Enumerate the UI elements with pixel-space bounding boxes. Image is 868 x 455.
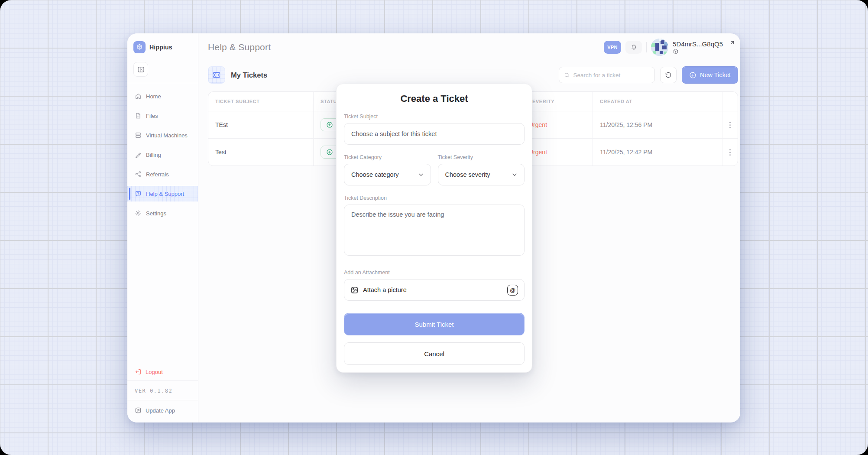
sidebar-item-home[interactable]: Home xyxy=(127,88,198,104)
attach-picture-button[interactable]: Attach a picture @ xyxy=(344,279,525,301)
severity-label: Ticket Severity xyxy=(438,154,525,160)
account-address: 5D4mrS...G8qQ5 xyxy=(673,40,723,48)
sidebar-bottom: Logout VER 0.1.82 Update App xyxy=(127,363,198,422)
severity-value: Choose severity xyxy=(445,171,490,178)
header-actions: VPN xyxy=(604,39,735,56)
ticket-subject-cell: TEst xyxy=(208,111,314,138)
cancel-button[interactable]: Cancel xyxy=(344,342,525,365)
chevron-down-icon xyxy=(418,171,424,178)
plus-circle-icon xyxy=(689,72,696,79)
sidebar-collapse-button[interactable] xyxy=(133,62,148,77)
update-app-button[interactable]: Update App xyxy=(127,400,198,422)
ticket-actions-cell xyxy=(722,111,738,138)
notifications-button[interactable] xyxy=(625,41,642,54)
plus-circle-icon xyxy=(326,121,333,128)
sidebar-item-label: Referrals xyxy=(146,171,169,178)
logout-icon xyxy=(135,368,142,375)
description-label: Ticket Description xyxy=(344,195,525,201)
sidebar-item-label: Help & Support xyxy=(146,191,184,197)
sidebar: Hippius Home Fil xyxy=(127,33,198,422)
section-title: My Tickets xyxy=(231,71,267,79)
logout-button[interactable]: Logout xyxy=(127,363,198,380)
page-title: Help & Support xyxy=(208,42,271,52)
update-app-label: Update App xyxy=(146,407,175,414)
column-header-actions xyxy=(722,92,738,111)
ticket-severity-cell: Urgent xyxy=(522,139,593,166)
refresh-button[interactable] xyxy=(660,67,677,83)
sidebar-item-label: Virtual Machines xyxy=(146,132,188,139)
new-ticket-button[interactable]: New Ticket xyxy=(682,66,738,84)
sidebar-item-files[interactable]: Files xyxy=(127,108,198,124)
logout-label: Logout xyxy=(146,369,163,375)
design-canvas: Hippius Home Fil xyxy=(0,0,868,455)
billing-icon xyxy=(135,151,142,158)
sidebar-item-billing[interactable]: Billing xyxy=(127,147,198,162)
new-ticket-label: New Ticket xyxy=(700,72,731,78)
app-version: VER 0.1.82 xyxy=(135,388,172,394)
ticket-actions-cell xyxy=(722,139,738,166)
vpn-badge[interactable]: VPN xyxy=(604,41,621,54)
sidebar-item-virtual-machines[interactable]: Virtual Machines xyxy=(127,127,198,143)
attachment-label: Add an Attachment xyxy=(344,270,525,276)
active-indicator xyxy=(129,188,130,200)
ticket-created-cell: 11/20/25, 12:42 PM xyxy=(593,139,722,166)
image-icon xyxy=(350,286,359,294)
category-label: Ticket Category xyxy=(344,154,431,160)
sidebar-nav: Home Files Virtual Machines xyxy=(127,88,198,225)
at-sign-icon: @ xyxy=(507,285,518,296)
server-icon xyxy=(135,132,142,139)
refresh-icon xyxy=(665,72,672,78)
sidebar-item-label: Billing xyxy=(146,152,161,158)
package-icon xyxy=(673,49,723,55)
row-menu-icon[interactable] xyxy=(729,122,731,128)
category-value: Choose category xyxy=(351,171,399,178)
update-icon xyxy=(135,407,142,414)
file-icon xyxy=(135,112,142,119)
column-header-subject: TICKET SUBJECT xyxy=(208,92,314,111)
column-header-created: CREATED AT xyxy=(593,92,722,111)
hippius-logo-icon xyxy=(133,41,146,53)
gear-icon xyxy=(135,210,142,217)
ticket-icon xyxy=(208,66,225,84)
header-divider xyxy=(646,42,647,52)
search-input[interactable] xyxy=(573,72,650,78)
ticket-search[interactable] xyxy=(559,67,655,83)
ticket-severity-cell: Urgent xyxy=(522,111,593,138)
attach-label: Attach a picture xyxy=(363,286,407,293)
search-icon xyxy=(564,72,570,78)
account-avatar[interactable] xyxy=(651,39,668,56)
ticket-subject-cell: Test xyxy=(208,139,314,166)
sidebar-item-help-support[interactable]: Help & Support xyxy=(127,186,198,202)
home-icon xyxy=(135,93,142,100)
sidebar-item-label: Settings xyxy=(146,210,166,217)
row-menu-icon[interactable] xyxy=(729,149,731,156)
ticket-description-input[interactable] xyxy=(344,205,525,256)
ticket-subject-input[interactable] xyxy=(344,123,525,145)
brand-row: Hippius xyxy=(127,33,198,58)
subject-label: Ticket Subject xyxy=(344,114,525,120)
sidebar-item-settings[interactable]: Settings xyxy=(127,205,198,221)
sidebar-divider xyxy=(127,83,198,83)
brand-name: Hippius xyxy=(149,44,172,51)
bell-icon xyxy=(631,44,637,51)
create-ticket-modal: Create a Ticket Ticket Subject Ticket Ca… xyxy=(336,84,532,373)
severity-select[interactable]: Choose severity xyxy=(438,164,525,185)
sidebar-item-label: Files xyxy=(146,113,158,119)
sidebar-item-referrals[interactable]: Referrals xyxy=(127,166,198,182)
toolbar-actions: New Ticket xyxy=(559,66,738,84)
account-info[interactable]: 5D4mrS...G8qQ5 xyxy=(673,40,723,55)
column-header-severity: SEVERITY xyxy=(522,92,593,111)
sidebar-item-label: Home xyxy=(146,93,161,100)
chevron-down-icon xyxy=(511,171,518,178)
modal-title: Create a Ticket xyxy=(344,92,525,106)
app-header: Help & Support VPN xyxy=(208,33,738,61)
submit-ticket-button[interactable]: Submit Ticket xyxy=(344,313,525,335)
external-link-icon[interactable] xyxy=(729,39,735,46)
category-select[interactable]: Choose category xyxy=(344,164,431,185)
share-icon xyxy=(135,171,142,178)
plus-circle-icon xyxy=(326,149,333,156)
version-row: VER 0.1.82 xyxy=(127,380,198,400)
ticket-created-cell: 11/20/25, 12:56 PM xyxy=(593,111,722,138)
help-icon xyxy=(135,190,142,197)
